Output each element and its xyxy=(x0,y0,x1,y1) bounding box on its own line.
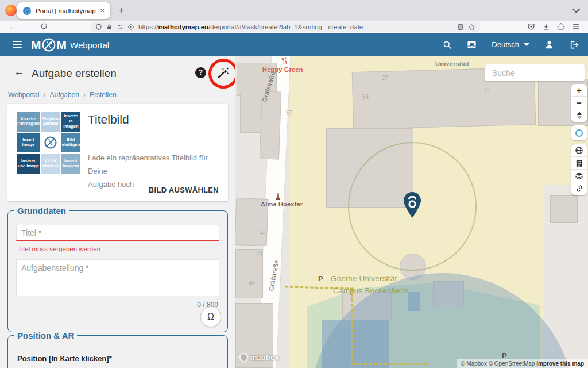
mapbox-badge-icon xyxy=(239,353,248,362)
map-zoom-controls: + − xyxy=(571,84,587,122)
zoom-in-button[interactable]: + xyxy=(571,84,587,97)
layers-button[interactable] xyxy=(571,170,587,182)
chevron-down-icon xyxy=(524,43,529,46)
map-layer-controls xyxy=(571,144,587,195)
brand-suffix: Webportal xyxy=(70,40,109,50)
campus-label-line2: Campus Bockenheim xyxy=(333,286,409,295)
restaurant-icon xyxy=(281,57,288,65)
zoom-out-button[interactable]: − xyxy=(571,97,587,109)
downloads-icon[interactable] xyxy=(542,22,552,32)
position-label: Position [In Karte klicken]* xyxy=(17,354,112,363)
menu-icon[interactable] xyxy=(572,22,582,32)
list-all-tabs-icon[interactable] xyxy=(572,6,580,13)
position-ar-fieldset: Position & AR Position [In Karte klicken… xyxy=(7,335,228,368)
breadcrumb-erstellen[interactable]: Erstellen xyxy=(90,91,117,99)
grunddaten-fieldset: Grunddaten Titel muss vergeben werden 0 … xyxy=(7,210,228,332)
reload-button[interactable] xyxy=(40,22,49,32)
link-button[interactable] xyxy=(571,182,587,195)
aufgabenstellung-textarea[interactable] xyxy=(16,259,219,296)
poi-label-alma-hoexter: Alma Hoexter xyxy=(261,201,303,208)
bild-auswaehlen-button[interactable]: BILD AUSWÄHLEN xyxy=(149,186,219,194)
screenshot: Portal | mathcitymap.eu × + ← → https://… xyxy=(0,0,588,368)
building-number: 21 xyxy=(484,88,490,94)
page-title: Aufgabe erstellen xyxy=(32,67,117,80)
building-number: 45 xyxy=(256,250,262,256)
mcm-logo[interactable]: M M Webportal xyxy=(31,37,109,52)
building-number: 54 xyxy=(362,94,369,100)
breadcrumb-webportal[interactable]: Webportal xyxy=(8,91,39,99)
mapbox-logo: mapbox xyxy=(239,353,279,362)
parking-label-2: P xyxy=(502,351,507,360)
titelbild-title: Titelbild xyxy=(88,113,129,126)
annotation-red-circle xyxy=(208,59,235,89)
buildings-button[interactable] xyxy=(571,157,587,170)
tab-close-icon[interactable]: × xyxy=(100,6,105,15)
breadcrumb: Webportal › Aufgaben › Erstellen xyxy=(8,91,117,99)
lock-icon[interactable] xyxy=(106,24,113,30)
browser-tab-bar: Portal | mathcitymap.eu × + xyxy=(0,0,588,21)
user-icon[interactable] xyxy=(544,40,554,49)
help-button[interactable]: ? xyxy=(195,67,206,78)
geolocate-button[interactable] xyxy=(571,125,587,140)
url-text[interactable]: https://mathcitymap.eu/de/portal/#!/task… xyxy=(138,24,453,30)
monument-icon xyxy=(276,193,281,200)
path-dashed xyxy=(351,288,353,364)
tab-title: Portal | mathcitymap.eu xyxy=(36,7,96,14)
address-bar[interactable]: https://mathcitymap.eu/de/portal/#!/task… xyxy=(91,22,480,32)
shield-icon[interactable] xyxy=(95,24,102,30)
bookmark-star-icon[interactable] xyxy=(468,24,475,31)
titelbild-description: Lade ein repräsentatives Titelbild für D… xyxy=(88,152,228,191)
parking-label: P xyxy=(318,274,323,283)
app-header: M M Webportal Deutsch xyxy=(0,33,588,56)
map-attribution: © Mapbox © OpenStreetMap Improve this ma… xyxy=(457,359,588,368)
extensions-icon[interactable] xyxy=(557,22,567,32)
search-icon[interactable] xyxy=(443,40,452,49)
geolocate-control xyxy=(571,125,587,140)
browser-tab[interactable]: Portal | mathcitymap.eu × xyxy=(17,2,110,19)
building-number: 43 xyxy=(249,280,255,286)
mcm-grid-logo xyxy=(41,133,60,153)
building xyxy=(550,195,578,223)
building-number: 57 xyxy=(286,110,292,116)
panel-header: ← Aufgabe erstellen ? xyxy=(0,56,235,87)
browser-toolbar: ← → https://mathcitymap.eu/de/portal/#!/… xyxy=(0,21,588,33)
grunddaten-legend: Grunddaten xyxy=(14,206,69,216)
reader-mode-icon[interactable] xyxy=(457,24,464,30)
position-ar-legend: Position & AR xyxy=(14,331,77,340)
back-arrow-button[interactable]: ← xyxy=(14,66,25,78)
breadcrumb-aufgaben[interactable]: Aufgaben xyxy=(49,91,79,99)
special-characters-button[interactable]: Ω xyxy=(200,306,221,327)
path-dashed xyxy=(354,363,427,365)
campus-label-line1: Goethe Universität – xyxy=(331,274,404,283)
permissions-icon[interactable] xyxy=(117,24,123,30)
titelbild-card: Inserire l'immagine Sisipkan gambar Inse… xyxy=(7,103,228,201)
site-favicon xyxy=(23,7,31,15)
logout-icon[interactable] xyxy=(569,40,579,49)
titel-input[interactable] xyxy=(16,225,219,241)
task-marker-pin[interactable] xyxy=(403,191,421,219)
globe-button[interactable] xyxy=(571,144,587,157)
firefox-icon[interactable] xyxy=(5,5,17,16)
back-button[interactable]: ← xyxy=(8,22,17,32)
poi-label-heppy-green: Heppy Green xyxy=(262,66,303,73)
sidebar-menu-icon[interactable] xyxy=(13,41,22,49)
inbox-icon[interactable] xyxy=(467,40,477,49)
map-search-input[interactable] xyxy=(485,64,585,81)
new-tab-button[interactable]: + xyxy=(115,4,127,17)
map-canvas[interactable]: Heppy Green Gräfstraße Gräfstraße Univer… xyxy=(235,56,588,368)
titelbild-placeholder-image: Inserire l'immagine Sisipkan gambar Inse… xyxy=(17,112,79,174)
compass-icon xyxy=(41,37,56,52)
forward-button[interactable]: → xyxy=(24,22,33,32)
compass-button[interactable] xyxy=(571,109,587,122)
building-number: 47 xyxy=(260,230,266,236)
titel-error-message: Titel muss vergeben werden xyxy=(18,246,100,252)
improve-map-link[interactable]: Improve this map xyxy=(536,361,584,367)
location-permission-icon[interactable] xyxy=(127,24,134,30)
task-create-panel: ← Aufgabe erstellen ? Webportal › Aufgab… xyxy=(0,56,235,368)
area-label-universitaet: Universität xyxy=(435,60,469,67)
building-number: 27 xyxy=(382,75,388,81)
pocket-icon[interactable] xyxy=(527,22,537,32)
language-selector[interactable]: Deutsch xyxy=(492,40,529,49)
